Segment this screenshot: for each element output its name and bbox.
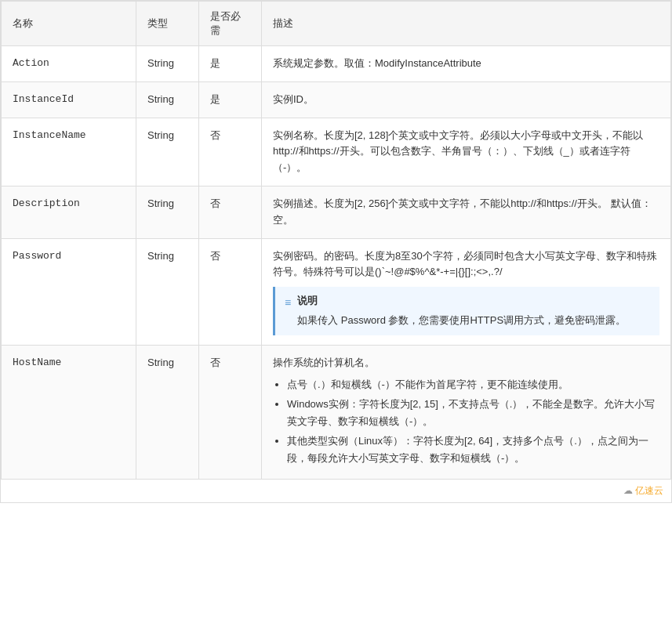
- note-icon: ≡: [285, 294, 291, 311]
- cell-name: Description: [2, 186, 136, 238]
- cell-desc: 系统规定参数。取值：ModifyInstanceAttribute: [262, 46, 671, 82]
- cell-desc: 实例描述。长度为[2, 256]个英文或中文字符，不能以http://和http…: [262, 186, 671, 238]
- cell-type: String: [136, 238, 199, 345]
- cell-required: 否: [199, 186, 262, 238]
- cell-name: Password: [2, 238, 136, 345]
- cell-name: HostName: [2, 345, 136, 479]
- cell-type: String: [136, 345, 199, 479]
- note-text: 如果传入 Password 参数，您需要使用HTTPS调用方式，避免密码泄露。: [297, 313, 626, 329]
- watermark: ☁ 亿速云: [1, 480, 671, 502]
- cell-type: String: [136, 81, 199, 118]
- cell-required: 否: [199, 118, 262, 186]
- cell-type: String: [136, 46, 199, 82]
- cell-type: String: [136, 118, 199, 186]
- table-row: PasswordString否实例密码。的密码。长度为8至30个字符，必须同时包…: [2, 238, 671, 345]
- cell-desc: 实例名称。长度为[2, 128]个英文或中文字符。必须以大小字母或中文开头，不能…: [262, 118, 671, 186]
- desc-list: 点号（.）和短横线（-）不能作为首尾字符，更不能连续使用。Windows实例：字…: [273, 376, 659, 467]
- cell-required: 是: [199, 46, 262, 82]
- col-header-required: 是否必需: [199, 2, 262, 46]
- col-header-type: 类型: [136, 2, 199, 46]
- api-params-table: 名称 类型 是否必需 描述 ActionString是系统规定参数。取值：Mod…: [0, 0, 672, 503]
- list-item: Windows实例：字符长度为[2, 15]，不支持点号（.），不能全是数字。允…: [287, 396, 659, 430]
- cell-required: 否: [199, 345, 262, 479]
- cell-type: String: [136, 186, 199, 238]
- cell-desc: 实例ID。: [262, 81, 671, 118]
- col-header-desc: 描述: [262, 2, 671, 46]
- cell-name: Action: [2, 46, 136, 82]
- watermark-text: 亿速云: [635, 485, 663, 496]
- note-title: 说明: [297, 293, 626, 310]
- cell-name: InstanceName: [2, 118, 136, 186]
- note-box: ≡说明如果传入 Password 参数，您需要使用HTTPS调用方式，避免密码泄…: [273, 287, 659, 335]
- col-header-name: 名称: [2, 2, 136, 46]
- cell-desc: 实例密码。的密码。长度为8至30个字符，必须同时包含大小写英文字母、数字和特殊符…: [262, 238, 671, 345]
- note-content: 说明如果传入 Password 参数，您需要使用HTTPS调用方式，避免密码泄露…: [297, 293, 626, 329]
- cell-required: 是: [199, 81, 262, 118]
- table-row: ActionString是系统规定参数。取值：ModifyInstanceAtt…: [2, 46, 671, 82]
- list-item: 其他类型实例（Linux等）：字符长度为[2, 64]，支持多个点号（.），点之…: [287, 433, 659, 467]
- cell-name: InstanceId: [2, 81, 136, 118]
- list-item: 点号（.）和短横线（-）不能作为首尾字符，更不能连续使用。: [287, 376, 659, 393]
- table-row: DescriptionString否实例描述。长度为[2, 256]个英文或中文…: [2, 186, 671, 238]
- table-row: HostNameString否操作系统的计算机名。点号（.）和短横线（-）不能作…: [2, 345, 671, 479]
- cell-desc: 操作系统的计算机名。点号（.）和短横线（-）不能作为首尾字符，更不能连续使用。W…: [262, 345, 671, 479]
- table-row: InstanceNameString否实例名称。长度为[2, 128]个英文或中…: [2, 118, 671, 186]
- table-header-row: 名称 类型 是否必需 描述: [2, 2, 671, 46]
- cell-required: 否: [199, 238, 262, 345]
- table-row: InstanceIdString是实例ID。: [2, 81, 671, 118]
